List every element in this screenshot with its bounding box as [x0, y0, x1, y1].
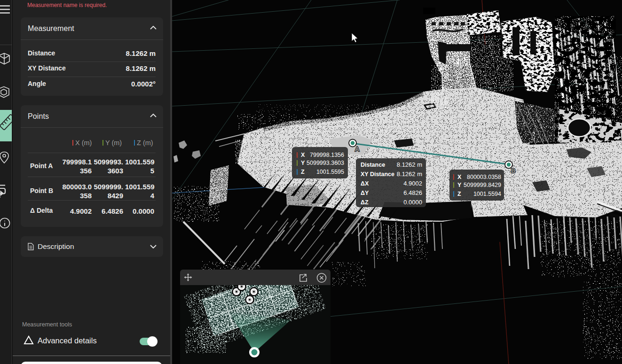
svg-text:Z: Z — [301, 169, 305, 175]
svg-text:Y: Y — [301, 160, 305, 166]
svg-text:Z: Z — [457, 191, 461, 197]
svg-text:ΔY: ΔY — [361, 190, 369, 196]
svg-text:799998.1356: 799998.1356 — [310, 152, 344, 158]
svg-text:0.0000: 0.0000 — [403, 199, 422, 206]
svg-text:8.1262 m: 8.1262 m — [397, 161, 422, 168]
svg-text:5099999.8429: 5099999.8429 — [464, 182, 501, 188]
svg-text:X: X — [301, 152, 305, 158]
svg-text:B: B — [511, 167, 515, 174]
svg-text:4.9002: 4.9002 — [403, 180, 422, 187]
svg-text:A: A — [355, 146, 360, 153]
svg-text:ΔZ: ΔZ — [361, 199, 369, 206]
svg-text:X: X — [457, 174, 462, 180]
svg-text:6.4826: 6.4826 — [403, 189, 422, 196]
svg-text:Distance: Distance — [361, 162, 385, 168]
svg-text:XY Distance: XY Distance — [361, 171, 394, 178]
svg-text:5099993.3603: 5099993.3603 — [307, 160, 344, 166]
svg-text:8.1262 m: 8.1262 m — [397, 170, 422, 178]
svg-text:1001.5595: 1001.5595 — [316, 169, 344, 175]
svg-text:ΔX: ΔX — [361, 180, 369, 187]
svg-text:1001.5594: 1001.5594 — [473, 191, 501, 197]
svg-text:Y: Y — [457, 182, 462, 188]
svg-text:800003.0358: 800003.0358 — [467, 174, 501, 180]
